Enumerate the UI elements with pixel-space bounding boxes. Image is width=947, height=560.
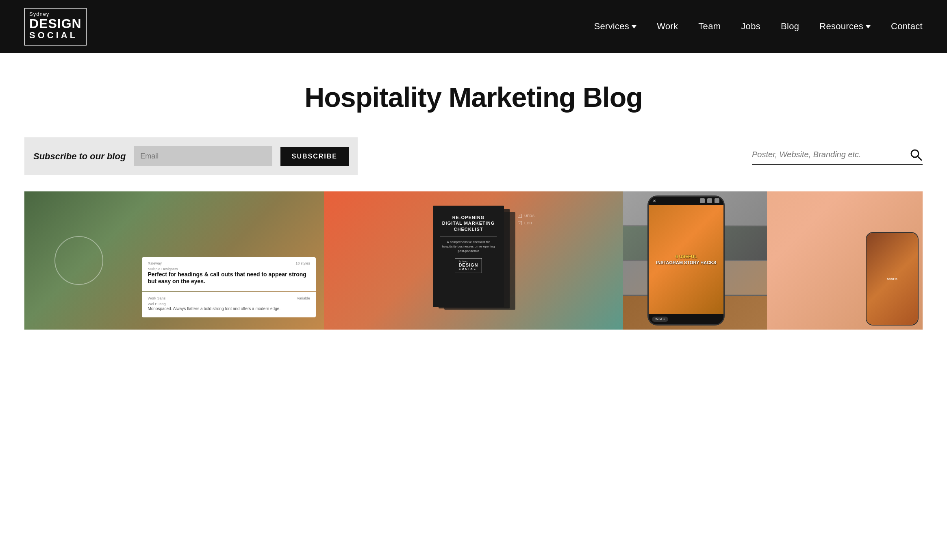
font2-name: Work Sans [148,296,165,300]
font2-desc: Monospaced. Always flatters a bold stron… [148,306,310,312]
font-styles: 18 styles [295,261,310,265]
phone-main-image: 6 USEFUL INSTAGRAM STORY HACKS [649,205,723,314]
nav-link-team[interactable]: Team [698,21,721,31]
subscribe-button[interactable]: SUBSCRIBE [280,147,349,166]
checklist-divider [440,236,497,237]
font-card-body: Work Sans Variable Wei Huang Monospaced.… [142,292,315,317]
font-name: Raleway [148,261,162,265]
checklist-sidebar: ✓ UPDA ✓ EDIT [518,214,534,225]
checklist-logo: Sydney DESIGN SOCIAL [440,258,497,273]
phone-bottom-bar: Send to [649,314,723,324]
checklist-stack: RE-OPENING DIGITAL MARKETING CHECKLIST A… [433,206,514,315]
font2-variant: Variable [297,296,310,300]
chevron-down-icon [866,25,871,28]
svg-line-1 [918,156,922,160]
nav-links: Services Work Team Jobs Blog Re [594,21,923,32]
nav-link-work[interactable]: Work [657,21,678,31]
search-input[interactable] [752,148,910,162]
search-icon [910,148,923,161]
logo-box: Sydney DESIGN SOCIAL [24,8,87,46]
card-fonts[interactable]: Raleway 18 styles Multiple Designers Per… [24,191,324,330]
nav-item-jobs[interactable]: Jobs [741,21,760,32]
site-logo[interactable]: Sydney DESIGN SOCIAL [24,8,87,46]
phone-content: 6 USEFUL INSTAGRAM STORY HACKS Send to [649,205,723,324]
nav-link-blog[interactable]: Blog [781,21,799,31]
email-field[interactable] [134,146,272,166]
nav-item-resources[interactable]: Resources [819,21,871,32]
nav-link-resources[interactable]: Resources [819,21,871,32]
cards-grid: Raleway 18 styles Multiple Designers Per… [0,191,947,354]
nav-link-contact[interactable]: Contact [891,21,923,31]
nav-item-team[interactable]: Team [698,21,721,32]
hero-section: Hospitality Marketing Blog [0,53,947,129]
search-box [752,148,923,165]
font-card-header: Raleway 18 styles Multiple Designers Per… [142,257,315,291]
font2-designer: Wei Huang [148,302,310,306]
page-title: Hospitality Marketing Blog [24,81,923,113]
navbar: Sydney DESIGN SOCIAL Services Work Team … [0,0,947,53]
font-showcase: Raleway 18 styles Multiple Designers Per… [142,257,315,317]
phone-mockup-main: ✕ 6 USEFUL INSTAGRAM STOR [647,195,725,326]
nav-item-work[interactable]: Work [657,21,678,32]
font-designer: Multiple Designers [148,267,310,271]
nav-item-blog[interactable]: Blog [781,21,799,32]
phone-mockup-small: Send to [866,232,919,326]
checklist-front: RE-OPENING DIGITAL MARKETING CHECKLIST A… [433,206,504,307]
subscribe-label: Subscribe to our blog [33,151,126,162]
nav-item-contact[interactable]: Contact [891,21,923,32]
phone-status-bar: ✕ [649,197,723,205]
phone-small-content: Send to [883,273,901,284]
nav-link-jobs[interactable]: Jobs [741,21,760,31]
instagram-overlay-text: 6 USEFUL INSTAGRAM STORY HACKS [653,250,719,269]
chevron-down-icon [632,25,636,28]
send-button: Send to [652,317,668,322]
subscribe-row: Subscribe to our blog SUBSCRIBE [0,129,947,191]
nav-link-services[interactable]: Services [594,21,636,32]
nav-item-services[interactable]: Services [594,21,636,32]
logo-social: SOCIAL [29,30,82,41]
font-headline: Perfect for headings & call outs that ne… [148,271,310,285]
checklist-title: RE-OPENING DIGITAL MARKETING CHECKLIST [440,215,497,232]
subscribe-box: Subscribe to our blog SUBSCRIBE [24,137,358,175]
decorative-circle [54,236,103,285]
logo-design: DESIGN [29,17,82,30]
checklist-description: A comprehensive checklist for hospitalit… [440,240,497,254]
phones-container: ✕ 6 USEFUL INSTAGRAM STOR [623,191,923,330]
search-button[interactable] [910,148,923,161]
card-instagram[interactable]: ✕ 6 USEFUL INSTAGRAM STOR [623,191,923,330]
card-checklist[interactable]: RE-OPENING DIGITAL MARKETING CHECKLIST A… [324,191,623,330]
